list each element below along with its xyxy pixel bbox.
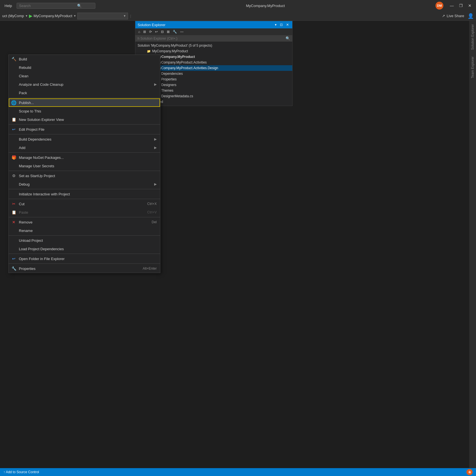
build-icon: 🔨 [11,56,17,62]
search-input[interactable] [19,4,75,8]
add-arrow-icon: ▶ [154,146,157,150]
tree-item-solution-root[interactable]: 📁 MyCompany.MyProduct [135,48,292,54]
se-pin-button[interactable]: ▾ [274,22,278,27]
scope-icon [11,108,17,114]
se-home-btn[interactable]: ⌂ [137,29,141,34]
dependencies-name: Dependencies [161,72,183,76]
menu-item-build-dependencies[interactable]: Build Dependencies ▶ [9,135,160,143]
debug-arrow-icon: ▶ [154,182,157,186]
toolbar-right: ↗ Live Share 👤 [442,13,474,19]
se-copy-btn[interactable]: ⊟ [160,29,165,34]
pack-label: Pack [19,91,157,95]
nuget-icon: 🎁 [11,155,17,160]
new-explorer-icon: 📋 [11,117,17,122]
avatar[interactable]: DM [435,2,443,10]
menu-item-paste[interactable]: 📋 Paste Ctrl+V [9,208,160,216]
build-label: Build [19,57,157,61]
paste-label: Paste [19,210,145,215]
menu-item-clean[interactable]: Clean [9,72,160,80]
se-minus-btn[interactable]: — [179,29,185,34]
se-search-input[interactable] [138,37,284,40]
menu-item-cut[interactable]: ✂ Cut Ctrl+X [9,200,160,208]
menu-item-manage-user-secrets[interactable]: Manage User Secrets [9,162,160,170]
window-title: MyCompany.MyProduct [98,4,433,8]
project-design-name: MyCompany.MyProduct.Activities.Design [157,66,218,70]
menu-item-rebuild[interactable]: Rebuild [9,63,160,72]
minimize-button[interactable]: — [448,2,456,10]
cut-shortcut: Ctrl+X [147,202,157,206]
menu-item-add[interactable]: Add ▶ [9,143,160,152]
se-close-button[interactable]: ✕ [285,22,290,27]
menu-item-unload-project[interactable]: Unload Project [9,236,160,245]
edit-project-icon: ↩ [11,127,17,132]
menu-item-new-solution-explorer[interactable]: 📋 New Solution Explorer View [9,115,160,124]
se-search-icon[interactable]: 🔍 [286,36,290,40]
config-dropdown[interactable]: ▼ [77,13,128,19]
side-tab-team-explorer[interactable]: Team Explorer [470,53,476,82]
separator-6 [9,189,160,189]
share-icon: ↗ [442,14,445,18]
menu-item-manage-nuget[interactable]: 🎁 Manage NuGet Packages... [9,153,160,162]
separator-4 [9,152,160,153]
menu-item-load-project-deps[interactable]: Load Project Dependencies [9,245,160,253]
bottom-avatar[interactable]: 会 [466,469,473,475]
se-undo-btn[interactable]: ↩ [154,29,159,34]
initialize-interactive-label: Initialize Interactive with Project [19,192,157,196]
unload-project-label: Unload Project [19,238,157,243]
project-activities-name: MyCompany.MyProduct.Activities [157,60,207,64]
help-menu[interactable]: Help [2,4,14,8]
menu-item-publish[interactable]: 🌐 Publish... [9,98,160,107]
menu-item-initialize-interactive[interactable]: Initialize Interactive with Project [9,190,160,198]
menu-item-remove[interactable]: ✕ Remove Del [9,218,160,226]
menu-item-set-startup[interactable]: ⚙ Set as StartUp Project [9,172,160,180]
scope-to-this-label: Scope to This [19,109,157,113]
play-button[interactable]: ▶ [29,13,32,19]
menu-item-edit-project-file[interactable]: ↩ Edit Project File [9,125,160,134]
se-switch-views-btn[interactable]: ⊞ [142,29,147,34]
se-settings-btn[interactable]: 🔧 [172,29,178,34]
rebuild-icon [11,65,17,70]
properties-shortcut: Alt+Enter [143,267,157,270]
se-float-button[interactable]: ⊡ [279,22,284,27]
project-name-selector[interactable]: MyCompany.MyProduct ▼ [33,14,76,18]
build-dependencies-label: Build Dependencies [19,137,152,141]
set-startup-label: Set as StartUp Project [19,174,157,178]
designer-metadata-name: DesignerMetadata.cs [161,94,193,98]
se-history-btn[interactable]: ⟳ [148,29,153,34]
rebuild-label: Rebuild [19,66,157,70]
analyze-icon [11,82,17,87]
add-icon [11,145,17,150]
solution-explorer-search-bar[interactable]: 🔍 [135,35,292,42]
menu-item-pack[interactable]: Pack [9,89,160,97]
menu-item-debug[interactable]: Debug ▶ [9,180,160,188]
menu-item-rename[interactable]: Rename [9,226,160,235]
project-selector[interactable]: uct (MyComp ▼ [2,14,28,18]
window-controls: — ❐ ✕ [448,2,474,10]
main-area: 🔨 Build Rebuild Clean Analyze and Code C… [0,21,476,476]
separator-11 [9,263,160,264]
solution-root-icon: 📁 [147,49,151,53]
source-control-text[interactable]: ↑ Add to Source Control [3,470,39,474]
title-search-box[interactable]: 🔍 [17,3,95,9]
menu-item-scope-to-this[interactable]: Scope to This [9,107,160,115]
properties-label: Properties [19,267,140,271]
menu-item-properties[interactable]: 🔧 Properties Alt+Enter [9,264,160,273]
solution-explorer-title-bar: Solution Explorer ▾ ⊡ ✕ [135,21,292,28]
cut-icon: ✂ [11,201,17,207]
project-main-name: MyCompany.MyProduct [157,55,195,59]
live-share-button[interactable]: ↗ Live Share [442,14,464,18]
properties-icon: 🔧 [11,266,17,271]
account-icon[interactable]: 👤 [468,13,474,19]
se-paste-btn[interactable]: ⊠ [166,29,171,34]
separator-7 [9,199,160,199]
side-tab-solution-explorer[interactable]: Solution Explorer [470,21,476,53]
menu-item-analyze[interactable]: Analyze and Code Cleanup ▶ [9,80,160,89]
menu-item-open-folder[interactable]: ↩ Open Folder in File Explorer [9,254,160,263]
side-tabs: Solution Explorer Team Explorer [469,21,476,476]
rename-icon [11,228,17,233]
menu-item-build[interactable]: 🔨 Build [9,55,160,63]
maximize-button[interactable]: ❐ [457,2,465,10]
bottom-status-bar: ↑ Add to Source Control 会 [0,468,476,476]
interactive-icon [11,191,17,197]
close-button[interactable]: ✕ [466,2,474,10]
